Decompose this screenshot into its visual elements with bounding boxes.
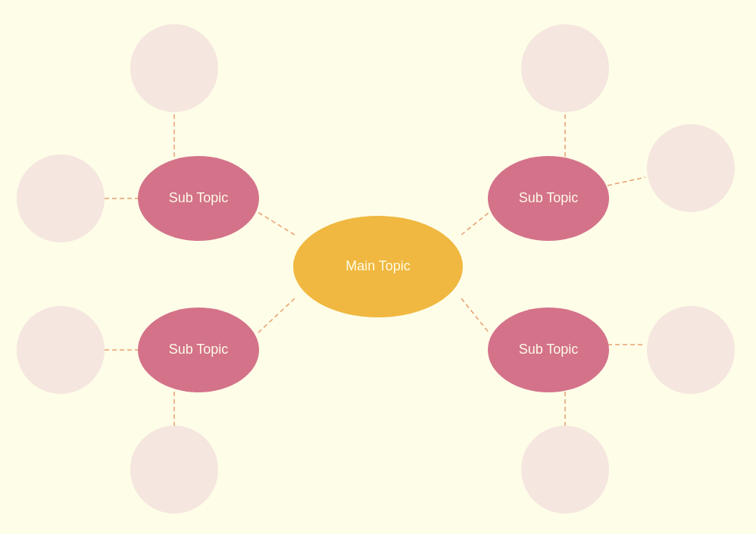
sub-topic-left-bottom[interactable] (138, 308, 259, 392)
main-topic[interactable] (293, 216, 463, 317)
satellite-right-bottom-right[interactable] (647, 306, 735, 394)
mind-map-diagram: Sub Topic Sub Topic Sub Topic Sub Topic … (0, 0, 756, 534)
connector-main-sub-rt (461, 212, 489, 235)
satellite-right-top-right[interactable] (647, 124, 735, 212)
sub-topic-right-top[interactable] (488, 156, 609, 241)
sub-topic-right-bottom[interactable] (488, 308, 609, 392)
satellite-left-top-left[interactable] (17, 155, 105, 242)
satellite-right-bottom-bottom[interactable] (521, 426, 609, 514)
sub-topic-left-top[interactable] (138, 156, 259, 241)
connector-main-sub-lb (258, 298, 295, 333)
connector-main-sub-lt (258, 212, 295, 235)
connector-rt-sat-right (608, 177, 645, 186)
connector-main-sub-rb (461, 298, 489, 333)
satellite-left-bottom-left[interactable] (17, 306, 105, 394)
satellite-right-top-top[interactable] (521, 24, 609, 112)
satellite-left-bottom-bottom[interactable] (130, 426, 218, 514)
satellite-left-top-top[interactable] (130, 24, 218, 112)
